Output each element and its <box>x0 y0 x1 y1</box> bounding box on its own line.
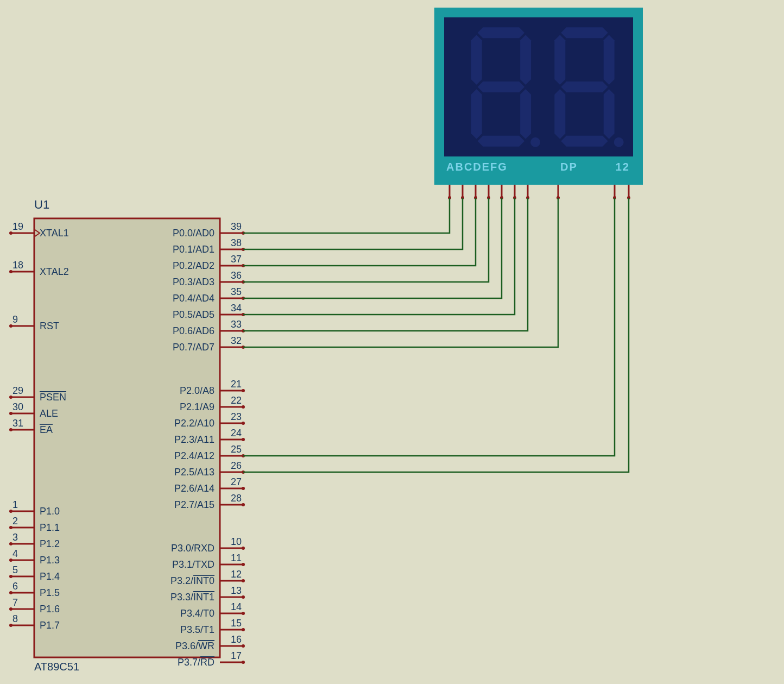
pin-label: P3.1/TXD <box>172 559 214 570</box>
svg-point-44 <box>242 389 245 392</box>
wire <box>243 198 528 331</box>
svg-text:37: 37 <box>231 254 242 265</box>
svg-point-78 <box>614 137 624 147</box>
svg-text:25: 25 <box>231 444 242 455</box>
chip-part: AT89C51 <box>34 661 79 673</box>
pin-label: P1.6 <box>40 604 60 614</box>
wire <box>243 198 629 472</box>
pin-label: P1.7 <box>40 620 60 631</box>
svg-text:9: 9 <box>12 314 18 325</box>
pin-label: P0.0/AD0 <box>173 228 214 239</box>
svg-point-72 <box>242 644 245 648</box>
svg-text:18: 18 <box>12 260 23 271</box>
svg-text:12: 12 <box>231 569 242 580</box>
svg-text:27: 27 <box>231 476 242 487</box>
svg-text:22: 22 <box>231 395 242 406</box>
pin-label: P3.3/INT1 <box>170 592 214 603</box>
pin-label: P2.2/A10 <box>174 418 214 429</box>
svg-point-74 <box>242 661 245 664</box>
svg-point-58 <box>242 503 245 506</box>
pin-label: XTAL2 <box>40 266 69 277</box>
svg-text:28: 28 <box>231 493 242 504</box>
pin-label: P3.2/INT0 <box>170 575 214 586</box>
pin-label: P2.6/A14 <box>174 483 214 494</box>
svg-point-46 <box>242 405 245 409</box>
wire <box>243 198 558 347</box>
svg-text:21: 21 <box>231 379 242 390</box>
pin-label: P0.4/AD4 <box>173 293 214 304</box>
svg-text:24: 24 <box>231 428 242 438</box>
svg-point-48 <box>242 422 245 425</box>
svg-text:17: 17 <box>231 650 242 661</box>
wire <box>243 198 450 233</box>
svg-text:31: 31 <box>12 418 23 429</box>
pin-label: P2.3/A11 <box>174 434 214 445</box>
svg-point-64 <box>242 579 245 582</box>
wire <box>243 198 515 315</box>
svg-text:29: 29 <box>12 385 23 396</box>
pin-label: P1.5 <box>40 587 60 598</box>
pin-label: XTAL1 <box>40 228 69 239</box>
pin-label: RST <box>40 321 59 331</box>
pin-label: P2.7/A15 <box>174 499 214 510</box>
display-digit-labels: 12 <box>616 161 630 173</box>
pin-label: EA <box>40 424 53 435</box>
svg-text:36: 36 <box>231 270 242 281</box>
svg-text:33: 33 <box>231 319 242 330</box>
pin-label: P0.7/AD7 <box>173 342 214 353</box>
svg-point-62 <box>242 563 245 566</box>
svg-text:14: 14 <box>231 601 242 612</box>
svg-text:2: 2 <box>12 516 18 526</box>
svg-text:6: 6 <box>12 581 18 592</box>
svg-text:3: 3 <box>12 532 18 543</box>
svg-text:19: 19 <box>12 221 23 232</box>
pin-label: P3.0/RXD <box>171 543 214 554</box>
svg-text:1: 1 <box>12 499 18 510</box>
svg-text:39: 39 <box>231 221 242 232</box>
svg-point-77 <box>530 137 540 147</box>
svg-point-70 <box>242 628 245 631</box>
svg-point-66 <box>242 595 245 599</box>
svg-text:26: 26 <box>231 460 242 471</box>
pin-label: P2.0/A8 <box>180 385 214 396</box>
display-seg-labels: ABCDEFG <box>446 161 508 173</box>
pin-label: P0.1/AD1 <box>173 244 214 255</box>
svg-text:34: 34 <box>231 303 242 313</box>
svg-text:35: 35 <box>231 286 242 297</box>
svg-text:13: 13 <box>231 585 242 596</box>
wire <box>243 198 463 249</box>
pin-label: P2.5/A13 <box>174 467 214 478</box>
pin-label: P0.2/AD2 <box>173 260 214 271</box>
svg-text:15: 15 <box>231 618 242 629</box>
pin-label: P1.1 <box>40 522 60 533</box>
pin-label: P1.0 <box>40 506 60 517</box>
svg-text:11: 11 <box>231 553 242 563</box>
pin-label: P0.6/AD6 <box>173 325 214 336</box>
pin-label: P0.3/AD3 <box>173 277 214 287</box>
wire <box>243 198 615 456</box>
pin-label: P2.4/A12 <box>174 450 214 461</box>
pin-label: P3.4/T0 <box>180 608 214 619</box>
svg-point-68 <box>242 612 245 615</box>
pin-label: P3.7/RD <box>178 657 214 668</box>
pin-label: ALE <box>40 408 58 419</box>
pin-label: PSEN <box>40 392 66 403</box>
pin-label: P3.6/WR <box>175 641 214 651</box>
svg-text:10: 10 <box>231 536 242 547</box>
display-dp-label: DP <box>560 161 578 173</box>
svg-text:30: 30 <box>12 401 23 412</box>
pin-label: P2.1/A9 <box>180 401 214 412</box>
pin-label: P1.4 <box>40 571 60 582</box>
svg-point-50 <box>242 438 245 441</box>
svg-text:5: 5 <box>12 564 18 575</box>
svg-text:8: 8 <box>12 613 18 624</box>
chip-ref: U1 <box>34 198 49 211</box>
svg-point-60 <box>242 547 245 550</box>
pin-label: P3.5/T1 <box>180 624 214 635</box>
wire <box>243 198 476 266</box>
svg-text:23: 23 <box>231 411 242 422</box>
pin-label: P1.3 <box>40 555 60 566</box>
svg-point-56 <box>242 487 245 490</box>
svg-text:38: 38 <box>231 237 242 248</box>
svg-text:16: 16 <box>231 634 242 645</box>
